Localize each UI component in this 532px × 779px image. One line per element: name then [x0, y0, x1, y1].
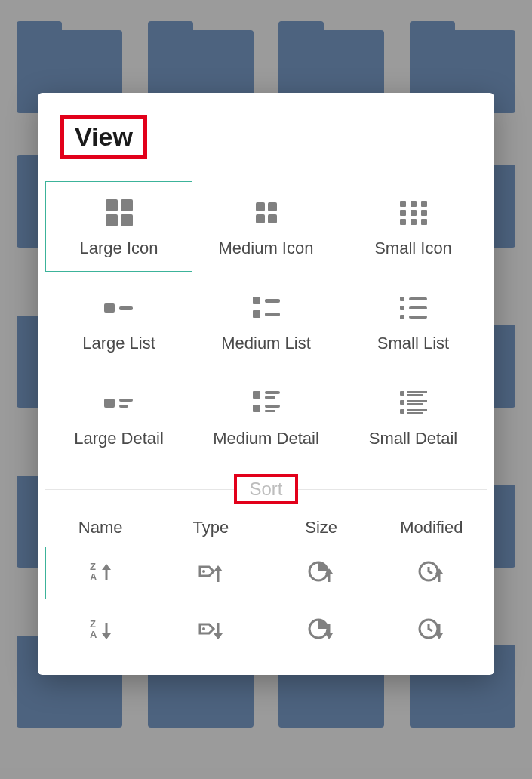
sort-name-desc[interactable]: ZA: [45, 604, 155, 657]
view-option-label: Small Detail: [369, 429, 457, 448]
view-options-grid: Large Icon Medium Icon Small Icon Larg: [38, 174, 494, 474]
svg-rect-36: [265, 405, 280, 408]
view-option-label: Medium Detail: [213, 429, 319, 448]
view-option-label: Medium Icon: [219, 239, 314, 258]
svg-text:A: A: [90, 571, 97, 583]
sort-name-asc[interactable]: ZA: [45, 547, 155, 599]
svg-rect-6: [256, 214, 265, 223]
svg-rect-40: [407, 394, 423, 396]
medium-list-icon: [250, 290, 283, 326]
large-detail-icon: [103, 385, 136, 421]
view-option-medium-icon[interactable]: Medium Icon: [192, 181, 340, 272]
svg-rect-12: [411, 210, 417, 216]
view-option-small-list[interactable]: Small List: [340, 276, 487, 367]
sort-modified-desc[interactable]: [377, 604, 487, 657]
view-option-large-list[interactable]: Large List: [45, 276, 192, 367]
svg-rect-10: [421, 201, 427, 207]
sort-title-highlight: Sort: [234, 474, 297, 504]
sort-alpha-desc-icon: ZA: [85, 617, 115, 644]
small-detail-icon: [397, 385, 430, 421]
svg-text:Z: Z: [90, 561, 96, 572]
sort-size-desc-icon: [306, 617, 337, 644]
svg-rect-5: [268, 202, 277, 211]
view-option-label: Small Icon: [374, 239, 452, 258]
view-option-large-detail[interactable]: Large Detail: [45, 371, 192, 462]
svg-rect-46: [407, 412, 423, 414]
dialog-title: View: [75, 122, 133, 152]
sort-modified-asc[interactable]: [377, 547, 487, 599]
svg-rect-14: [400, 219, 406, 225]
svg-rect-21: [253, 310, 260, 318]
view-title-highlight: View: [60, 115, 147, 159]
medium-icon-icon: [251, 195, 281, 231]
sort-header-type: Type: [155, 512, 266, 543]
svg-text:Z: Z: [90, 618, 96, 630]
view-option-label: Small List: [377, 334, 449, 353]
medium-detail-icon: [250, 385, 283, 421]
sort-tag-asc-icon: [195, 559, 226, 587]
svg-rect-29: [104, 399, 115, 408]
view-option-medium-detail[interactable]: Medium Detail: [192, 371, 340, 462]
sort-size-desc[interactable]: [266, 604, 377, 657]
svg-point-49: [202, 570, 205, 573]
sort-time-desc-icon: [417, 617, 447, 644]
svg-rect-17: [104, 303, 115, 313]
svg-rect-44: [400, 409, 404, 414]
svg-rect-27: [400, 315, 404, 319]
svg-rect-38: [400, 391, 404, 396]
sort-tag-desc-icon: [195, 617, 226, 644]
svg-rect-7: [268, 214, 277, 223]
svg-rect-4: [256, 202, 265, 211]
sort-size-asc[interactable]: [266, 547, 377, 599]
sort-header-size: Size: [266, 512, 377, 543]
svg-rect-16: [421, 219, 427, 225]
svg-rect-33: [265, 391, 280, 394]
svg-rect-19: [253, 297, 260, 304]
svg-rect-8: [400, 201, 406, 207]
svg-text:A: A: [90, 629, 97, 640]
sort-type-desc[interactable]: [155, 604, 266, 657]
svg-rect-18: [119, 306, 133, 310]
view-option-label: Medium List: [221, 334, 311, 353]
sort-header-modified: Modified: [377, 512, 487, 543]
svg-rect-26: [409, 306, 427, 309]
view-option-medium-list[interactable]: Medium List: [192, 276, 340, 367]
view-option-label: Large List: [82, 334, 155, 353]
svg-rect-43: [407, 403, 423, 405]
svg-rect-13: [421, 210, 427, 216]
view-option-large-icon[interactable]: Large Icon: [45, 181, 192, 272]
view-option-label: Large Icon: [80, 239, 158, 258]
svg-rect-2: [106, 214, 118, 226]
view-option-small-detail[interactable]: Small Detail: [340, 371, 487, 462]
svg-rect-25: [400, 306, 404, 310]
large-list-icon: [103, 290, 136, 326]
sort-icons-grid: ZA ZA: [38, 543, 494, 660]
svg-point-54: [202, 627, 205, 630]
svg-rect-34: [265, 396, 275, 399]
sort-time-asc-icon: [417, 559, 447, 587]
svg-rect-3: [121, 214, 133, 226]
small-list-icon: [397, 290, 430, 326]
sort-size-asc-icon: [306, 559, 337, 587]
svg-rect-1: [121, 199, 133, 211]
view-option-small-icon[interactable]: Small Icon: [340, 181, 487, 272]
svg-rect-22: [265, 313, 280, 316]
sort-column-headers: Name Type Size Modified: [38, 504, 494, 543]
svg-rect-32: [253, 391, 260, 399]
svg-rect-20: [265, 299, 280, 303]
svg-rect-31: [119, 405, 128, 408]
large-icon-icon: [103, 195, 136, 231]
sort-alpha-asc-icon: ZA: [85, 559, 115, 587]
svg-rect-11: [400, 210, 406, 216]
svg-rect-23: [400, 297, 404, 301]
svg-rect-28: [409, 316, 427, 319]
svg-rect-0: [106, 199, 118, 211]
sort-title: Sort: [249, 479, 282, 500]
svg-rect-15: [411, 219, 417, 225]
svg-rect-30: [119, 399, 133, 402]
svg-rect-24: [409, 297, 427, 300]
sort-divider: Sort: [45, 474, 487, 504]
svg-rect-41: [400, 400, 404, 405]
sort-type-asc[interactable]: [155, 547, 266, 599]
svg-rect-9: [411, 201, 417, 207]
